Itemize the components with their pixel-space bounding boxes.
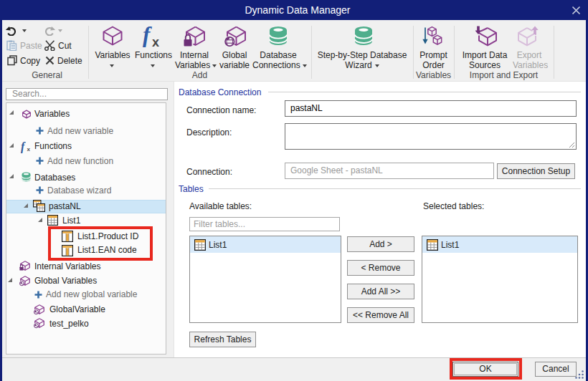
svg-text:f: f: [21, 140, 26, 153]
svg-text:x: x: [152, 35, 159, 49]
svg-text:x: x: [27, 146, 31, 153]
svg-text:f: f: [143, 24, 152, 47]
